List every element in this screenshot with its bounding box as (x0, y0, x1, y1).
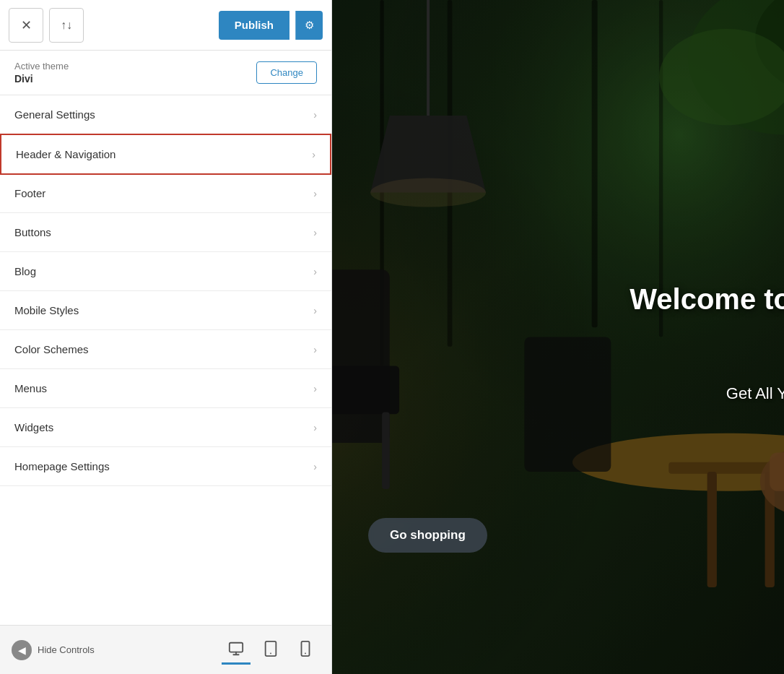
chevron-right-icon: › (313, 344, 317, 355)
svg-point-4 (305, 653, 306, 654)
menu-item-label: Widgets (14, 421, 53, 433)
chevron-right-icon: › (313, 422, 317, 433)
change-theme-button[interactable]: Change (256, 61, 317, 84)
menu-item-label: Buttons (14, 226, 51, 238)
menu-list: General Settings › Header & Navigation ›… (0, 95, 331, 625)
menu-item-label: General Settings (14, 108, 95, 121)
phone-icon (300, 641, 310, 657)
menu-item-label: Color Schemes (14, 343, 89, 355)
active-theme-label: Active theme (14, 61, 69, 72)
menu-item-mobile-styles[interactable]: Mobile Styles › (0, 291, 331, 330)
left-panel: ✕ ↑↓ Publish ⚙ Active theme Divi Change … (0, 0, 332, 674)
cafe-scene-svg (332, 0, 784, 674)
chevron-right-icon: › (313, 383, 317, 394)
active-theme-name: Divi (14, 73, 69, 85)
tablet-icon (264, 641, 277, 657)
svg-rect-30 (332, 0, 784, 674)
desktop-view-button[interactable] (222, 636, 251, 665)
chevron-right-icon: › (313, 227, 317, 238)
hide-controls-icon: ◀ (12, 640, 32, 660)
mobile-view-button[interactable] (291, 636, 320, 665)
chevron-right-icon: › (313, 461, 317, 472)
hide-controls-label: Hide Controls (38, 644, 95, 655)
active-theme-bar: Active theme Divi Change (0, 51, 331, 95)
menu-item-blog[interactable]: Blog › (0, 252, 331, 291)
close-button[interactable]: ✕ (9, 8, 43, 43)
menu-item-label: Blog (14, 265, 36, 277)
menu-item-buttons[interactable]: Buttons › (0, 213, 331, 252)
publish-button[interactable]: Publish (219, 11, 289, 40)
menu-item-label: Header & Navigation (16, 148, 116, 160)
svg-point-2 (270, 653, 271, 654)
preview-get-text: Get All Y (726, 384, 784, 403)
svg-rect-0 (230, 643, 243, 652)
menu-item-general-settings[interactable]: General Settings › (0, 95, 331, 134)
menu-item-label: Mobile Styles (14, 304, 79, 316)
preview-background: Welcome to Get All Y Go shopping (332, 0, 784, 674)
preview-area: Welcome to Get All Y Go shopping (332, 0, 784, 674)
view-buttons (222, 636, 320, 665)
menu-item-header-navigation[interactable]: Header & Navigation › (0, 134, 331, 175)
menu-item-label: Footer (14, 187, 45, 199)
tablet-view-button[interactable] (256, 636, 285, 665)
menu-item-color-schemes[interactable]: Color Schemes › (0, 330, 331, 369)
chevron-right-icon: › (313, 188, 317, 199)
chevron-right-icon: › (313, 109, 317, 121)
preview-welcome-text: Welcome to (630, 283, 784, 316)
monitor-icon (228, 641, 244, 657)
right-preview: Welcome to Get All Y Go shopping (332, 0, 784, 674)
hide-controls-button[interactable]: ◀ Hide Controls (12, 640, 95, 660)
menu-item-footer[interactable]: Footer › (0, 174, 331, 213)
chevron-right-icon: › (313, 305, 317, 316)
sort-button[interactable]: ↑↓ (49, 8, 84, 43)
menu-item-menus[interactable]: Menus › (0, 369, 331, 408)
bottom-bar: ◀ Hide Controls (0, 625, 331, 674)
menu-item-label: Homepage Settings (14, 460, 110, 472)
chevron-right-icon: › (312, 149, 315, 160)
menu-item-widgets[interactable]: Widgets › (0, 408, 331, 447)
settings-button[interactable]: ⚙ (295, 11, 323, 40)
toolbar: ✕ ↑↓ Publish ⚙ (0, 0, 331, 51)
go-shopping-button[interactable]: Go shopping (368, 518, 487, 553)
menu-item-label: Menus (14, 382, 47, 394)
menu-item-homepage-settings[interactable]: Homepage Settings › (0, 447, 331, 486)
chevron-right-icon: › (313, 266, 317, 277)
